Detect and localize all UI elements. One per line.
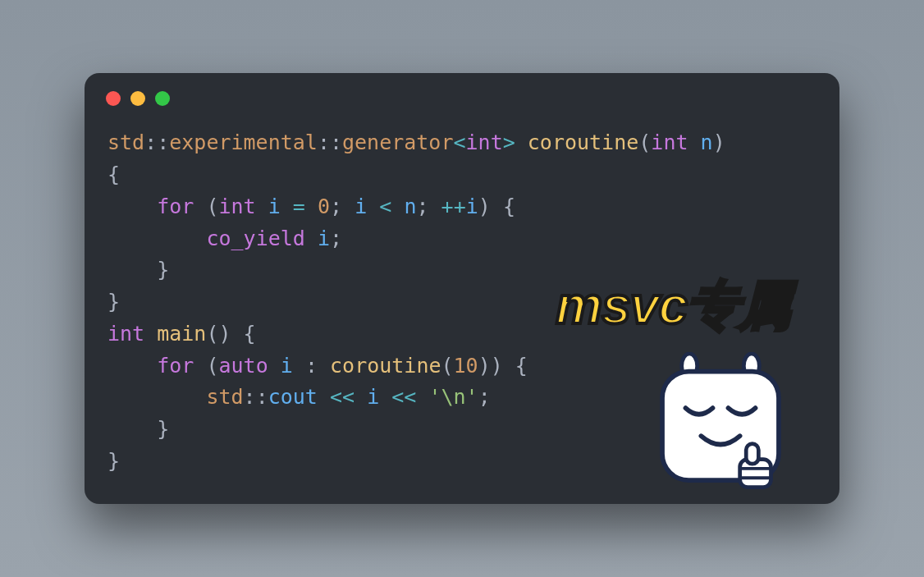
code-token: ): [713, 131, 725, 154]
code-token: int: [107, 322, 144, 346]
code-token: <: [453, 131, 465, 154]
code-token: {: [503, 195, 515, 218]
code-token: [293, 354, 305, 378]
code-token: i: [318, 227, 330, 250]
code-token: ::: [144, 131, 169, 154]
code-token: ;: [330, 195, 342, 218]
code-token: experimental: [169, 131, 318, 154]
code-token: ): [491, 354, 503, 378]
code-token: i: [281, 354, 293, 378]
code-token: >: [503, 131, 515, 154]
code-token: }: [107, 290, 120, 314]
code-token: [107, 385, 206, 409]
code-token: [107, 227, 206, 250]
code-token: ;: [416, 195, 428, 218]
code-token: [231, 322, 244, 346]
code-token: [503, 354, 515, 378]
code-token: [318, 354, 330, 378]
code-token: ;: [330, 227, 342, 250]
code-token: int: [466, 131, 503, 154]
code-token: (: [441, 354, 454, 378]
code-token: [688, 131, 701, 154]
svg-rect-4: [746, 443, 758, 464]
code-token: [107, 354, 157, 378]
code-token: [305, 195, 318, 218]
code-token: ++: [441, 195, 466, 218]
code-token: [144, 322, 157, 346]
code-token: n: [404, 195, 416, 218]
titlebar: [85, 73, 839, 116]
code-token: [256, 195, 268, 218]
code-token: n: [701, 131, 713, 154]
maximize-icon[interactable]: [155, 91, 170, 106]
code-token: <<: [330, 385, 355, 409]
code-token: 10: [454, 354, 478, 378]
code-token: {: [515, 354, 528, 378]
code-token: coroutine: [528, 131, 638, 154]
code-token: ): [478, 195, 491, 218]
code-token: std: [107, 131, 144, 154]
code-token: [367, 195, 379, 218]
code-token: :: [305, 354, 318, 378]
code-token: i: [367, 385, 379, 409]
code-token: (: [206, 195, 218, 218]
code-token: '\n': [428, 385, 478, 409]
code-token: i: [268, 195, 281, 218]
code-token: [429, 195, 441, 218]
code-token: (): [206, 322, 231, 346]
code-token: [194, 195, 206, 218]
code-token: cout: [268, 385, 318, 409]
code-token: ): [478, 354, 491, 378]
code-token: [342, 195, 355, 218]
code-token: [416, 385, 428, 409]
code-token: [194, 354, 206, 378]
overlay-label: msvc专属: [556, 270, 790, 341]
minimize-icon[interactable]: [130, 91, 145, 106]
code-token: auto: [219, 354, 268, 378]
code-token: }: [107, 449, 120, 473]
code-token: 0: [318, 195, 330, 218]
code-token: [391, 195, 404, 218]
code-token: {: [107, 163, 120, 186]
code-token: generator: [342, 131, 453, 154]
code-token: (: [638, 131, 651, 154]
code-token: [281, 195, 293, 218]
code-token: [515, 131, 528, 154]
code-token: int: [651, 131, 688, 154]
code-token: ::: [244, 385, 268, 409]
code-token: [491, 195, 503, 218]
code-token: (: [206, 354, 218, 378]
code-token: [305, 227, 318, 250]
code-token: ;: [478, 385, 491, 409]
code-token: for: [157, 195, 194, 218]
code-token: =: [293, 195, 305, 218]
code-token: ::: [318, 131, 342, 154]
code-token: [379, 385, 391, 409]
code-token: for: [157, 354, 194, 378]
code-token: std: [206, 385, 243, 409]
code-token: <<: [391, 385, 416, 409]
code-token: i: [466, 195, 478, 218]
code-token: }: [107, 417, 169, 441]
code-token: [107, 195, 157, 218]
close-icon[interactable]: [106, 91, 121, 106]
code-token: i: [355, 195, 367, 218]
code-token: int: [219, 195, 256, 218]
code-window: std::experimental::generator<int> corout…: [85, 73, 839, 503]
code-token: [355, 385, 367, 409]
code-token: co_yield: [206, 227, 304, 250]
code-token: <: [379, 195, 391, 218]
code-token: coroutine: [330, 354, 441, 378]
code-token: [268, 354, 281, 378]
code-token: }: [107, 258, 169, 282]
code-token: {: [244, 322, 256, 346]
mascot-icon: [643, 352, 798, 496]
code-token: main: [157, 322, 206, 346]
code-token: [318, 385, 330, 409]
